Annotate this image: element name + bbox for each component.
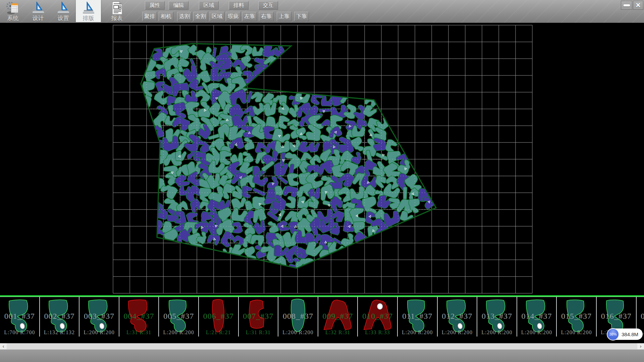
piece-thumbnail-011[interactable]: 011_#37 L:200 R:200	[398, 297, 438, 337]
piece-id-label: 012_#37	[438, 312, 477, 321]
download-progress-badge[interactable]: 38% 384.8M	[607, 328, 643, 340]
piece-lr-label: L:132 R:132	[40, 329, 79, 336]
piece-id-label: 013_#37	[477, 312, 517, 321]
piece-id-label: 007_#37	[239, 312, 278, 321]
piece-lr-label: L:200 R:200	[159, 329, 198, 336]
piece-thumbnail-010[interactable]: 010_#37 L:33 R:33	[358, 297, 398, 337]
piece-thumbnail-strip: 001_#37 L:700 R:700 002_#37 L:132 R:132 …	[0, 295, 644, 337]
piece-thumbnail-005[interactable]: 005_#37 L:200 R:200	[159, 297, 199, 337]
piece-thumbnail-012[interactable]: 012_#37 L:200 R:200	[438, 297, 478, 337]
piece-id-label: 004_#37	[119, 312, 159, 321]
piece-thumbnail-003[interactable]: 003_#37 L:200 R:200	[79, 297, 119, 337]
piece-thumbnail-004[interactable]: 004_#37 L:31 R:31	[119, 297, 159, 337]
piece-thumbnail-list: 001_#37 L:700 R:700 002_#37 L:132 R:132 …	[0, 297, 644, 337]
piece-lr-label: L:200 R:200	[557, 329, 596, 336]
piece-id-label: 005_#37	[159, 312, 198, 321]
piece-lr-label: L:200 R:200	[278, 329, 318, 336]
horizontal-scrollbar[interactable]: ‹ ›	[0, 343, 644, 349]
scroll-left-arrow[interactable]: ‹	[0, 343, 7, 349]
piece-lr-label: L:33 R:33	[358, 329, 397, 336]
piece-lr-label: L:21 R:21	[199, 329, 238, 336]
piece-id-label: 010_#37	[358, 312, 397, 321]
piece-lr-label: L:31 R:31	[119, 329, 159, 336]
piece-id-label: 009_#37	[318, 312, 358, 321]
piece-lr-label: L:200 R:200	[79, 329, 119, 336]
status-bar	[0, 349, 644, 362]
piece-lr-label: L:32 R:31	[318, 329, 358, 336]
piece-id-label: 006_#37	[199, 312, 238, 321]
progress-percent-badge: 38%	[607, 328, 619, 341]
piece-thumbnail-014[interactable]: 014_#37 L:200 R:200	[517, 297, 557, 337]
piece-thumbnail-002[interactable]: 002_#37 L:132 R:132	[40, 297, 80, 337]
piece-lr-label: L:200 R:200	[398, 329, 437, 336]
piece-lr-label: L:200 R:200	[438, 329, 477, 336]
piece-lr-label: L:31 R:31	[239, 329, 278, 336]
piece-id-label: 003_#37	[79, 312, 119, 321]
progress-size-label: 384.8M	[622, 331, 638, 337]
piece-thumbnail-009[interactable]: 009_#37 L:32 R:31	[318, 297, 358, 337]
piece-thumbnail-013[interactable]: 013_#37 L:200 R:200	[477, 297, 517, 337]
piece-id-label: 008_#37	[278, 312, 318, 321]
piece-thumbnail-015[interactable]: 015_#37 L:200 R:200	[557, 297, 597, 337]
piece-id-label: 017_#37	[637, 312, 644, 321]
piece-thumbnail-008[interactable]: 008_#37 L:200 R:200	[278, 297, 318, 337]
piece-lr-label: L:200 R:200	[477, 329, 517, 336]
piece-id-label: 011_#37	[398, 312, 437, 321]
piece-id-label: 015_#37	[557, 312, 596, 321]
piece-thumbnail-006[interactable]: 006_#37 L:21 R:21	[199, 297, 239, 337]
piece-id-label: 001_#37	[0, 312, 39, 321]
nesting-canvas[interactable]	[0, 0, 644, 295]
piece-id-label: 014_#37	[517, 312, 556, 321]
piece-lr-label: L:200 R:200	[517, 329, 556, 336]
piece-id-label: 002_#37	[40, 312, 79, 321]
piece-lr-label: L:700 R:700	[0, 329, 39, 336]
piece-thumbnail-001[interactable]: 001_#37 L:700 R:700	[0, 297, 40, 337]
scroll-right-arrow[interactable]: ›	[637, 343, 644, 349]
piece-thumbnail-007[interactable]: 007_#37 L:31 R:31	[239, 297, 279, 337]
piece-id-label: 016_#37	[597, 312, 636, 321]
